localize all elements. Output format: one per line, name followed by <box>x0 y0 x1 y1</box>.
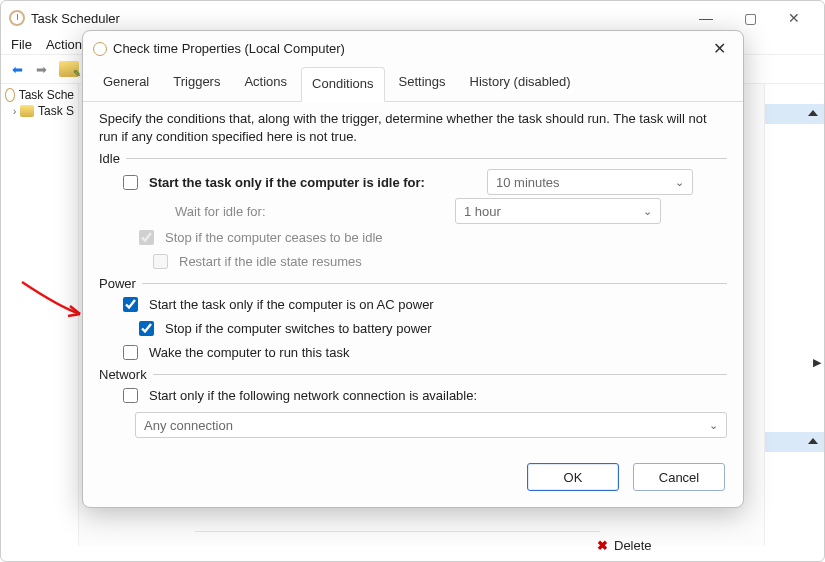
ok-button[interactable]: OK <box>527 463 619 491</box>
chevron-down-icon: ⌄ <box>709 419 718 432</box>
tree-child[interactable]: › Task S <box>5 104 74 118</box>
collapse-up-icon <box>808 438 818 444</box>
dialog-buttons: OK Cancel <box>83 451 743 507</box>
power-battery-checkbox[interactable] <box>139 321 154 336</box>
power-wake-label: Wake the computer to run this task <box>149 345 349 360</box>
tree-pane: Task Sche › Task S <box>1 84 79 546</box>
idle-start-label: Start the task only if the computer is i… <box>149 175 479 190</box>
chevron-down-icon: ⌄ <box>675 176 684 189</box>
nav-forward-icon[interactable]: ➡ <box>31 59 51 79</box>
clock-icon <box>5 88 15 102</box>
app-title: Task Scheduler <box>31 11 684 26</box>
tab-triggers[interactable]: Triggers <box>163 66 230 101</box>
tab-general[interactable]: General <box>93 66 159 101</box>
tab-conditions[interactable]: Conditions <box>301 67 384 102</box>
power-ac-label: Start the task only if the computer is o… <box>149 297 434 312</box>
dialog-titlebar: Check time Properties (Local Computer) ✕ <box>83 31 743 66</box>
dialog-title: Check time Properties (Local Computer) <box>113 41 705 56</box>
group-power: Power <box>99 276 727 291</box>
clock-icon <box>93 42 107 56</box>
idle-for-value: 10 minutes <box>496 175 560 190</box>
tab-settings[interactable]: Settings <box>389 66 456 101</box>
folder-edit-icon[interactable] <box>59 61 79 77</box>
menu-action[interactable]: Action <box>46 37 82 52</box>
tree-child-label: Task S <box>38 104 74 118</box>
menu-file[interactable]: File <box>11 37 32 52</box>
clock-icon <box>9 10 25 26</box>
folder-icon <box>20 105 34 117</box>
idle-start-checkbox[interactable] <box>123 175 138 190</box>
delete-icon: ✖ <box>597 538 608 553</box>
scroll-right-icon[interactable]: ▶ <box>813 356 821 369</box>
bottom-strip <box>195 531 600 559</box>
properties-dialog: Check time Properties (Local Computer) ✕… <box>82 30 744 508</box>
idle-stop-checkbox <box>139 230 154 245</box>
wait-idle-combo[interactable]: 1 hour ⌄ <box>455 198 661 224</box>
minimize-button[interactable]: — <box>684 3 728 33</box>
tab-actions[interactable]: Actions <box>234 66 297 101</box>
dialog-tabs: General Triggers Actions Conditions Sett… <box>83 66 743 102</box>
idle-stop-label: Stop if the computer ceases to be idle <box>165 230 383 245</box>
power-wake-checkbox[interactable] <box>123 345 138 360</box>
conditions-intro: Specify the conditions that, along with … <box>99 110 727 145</box>
expand-icon[interactable]: › <box>13 106 16 117</box>
maximize-button[interactable]: ▢ <box>728 3 772 33</box>
tree-root-label: Task Sche <box>19 88 74 102</box>
group-idle-label: Idle <box>99 151 120 166</box>
network-connection-value: Any connection <box>144 418 233 433</box>
power-battery-label: Stop if the computer switches to battery… <box>165 321 432 336</box>
group-network: Network <box>99 367 727 382</box>
group-power-label: Power <box>99 276 136 291</box>
idle-restart-label: Restart if the idle state resumes <box>179 254 362 269</box>
tree-root[interactable]: Task Sche <box>5 88 74 102</box>
network-connection-combo[interactable]: Any connection ⌄ <box>135 412 727 438</box>
action-delete[interactable]: ✖ Delete <box>597 538 652 553</box>
wait-idle-value: 1 hour <box>464 204 501 219</box>
idle-for-combo[interactable]: 10 minutes ⌄ <box>487 169 693 195</box>
actions-header-2[interactable] <box>765 432 824 452</box>
group-idle: Idle <box>99 151 727 166</box>
network-only-checkbox[interactable] <box>123 388 138 403</box>
action-delete-label: Delete <box>614 538 652 553</box>
collapse-up-icon <box>808 110 818 116</box>
dialog-close-button[interactable]: ✕ <box>705 39 733 58</box>
cancel-button[interactable]: Cancel <box>633 463 725 491</box>
conditions-panel: Specify the conditions that, along with … <box>83 102 743 451</box>
nav-back-icon[interactable]: ⬅ <box>7 59 27 79</box>
wait-idle-label: Wait for idle for: <box>135 204 447 219</box>
close-button[interactable]: ✕ <box>772 3 816 33</box>
tab-history[interactable]: History (disabled) <box>460 66 581 101</box>
idle-restart-checkbox <box>153 254 168 269</box>
actions-header[interactable] <box>765 104 824 124</box>
group-network-label: Network <box>99 367 147 382</box>
power-ac-checkbox[interactable] <box>123 297 138 312</box>
network-only-label: Start only if the following network conn… <box>149 388 477 403</box>
chevron-down-icon: ⌄ <box>643 205 652 218</box>
actions-pane: ▶ <box>764 84 824 546</box>
